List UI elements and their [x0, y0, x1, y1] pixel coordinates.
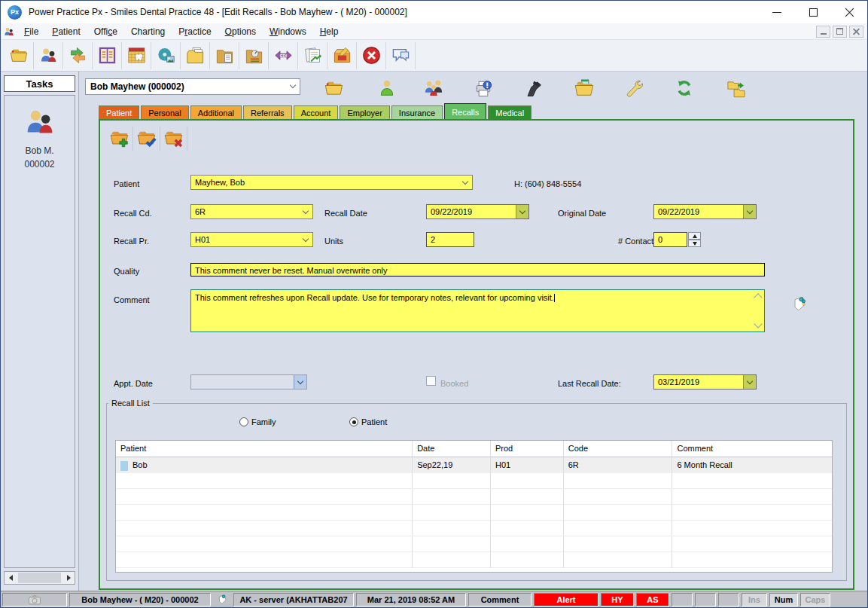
patient-field-label: Patient: [114, 179, 139, 188]
refresh-icon[interactable]: [672, 75, 697, 101]
add-recall-folder-icon[interactable]: [106, 127, 133, 151]
calendar-dropdown-button[interactable]: [294, 375, 306, 389]
recall-pr-combo[interactable]: H01: [190, 232, 313, 247]
comment-textarea[interactable]: This comment refreshes upon Recall updat…: [190, 289, 765, 332]
spin-up-icon[interactable]: [688, 232, 701, 240]
scroll-down-icon[interactable]: [754, 319, 762, 328]
tab-personal[interactable]: Personal: [141, 105, 188, 120]
reports-icon[interactable]: [298, 42, 327, 69]
status-datetime: Mar 21, 2019 08:52 AM: [356, 593, 466, 606]
close-button[interactable]: [831, 1, 867, 23]
print-alert-icon[interactable]: [471, 75, 496, 101]
close-patient-icon[interactable]: [357, 42, 386, 69]
calendar-dropdown-button[interactable]: [516, 205, 528, 218]
phone-dial-icon[interactable]: [520, 75, 546, 101]
patients-icon[interactable]: [34, 42, 63, 69]
copy-documents-icon[interactable]: [210, 42, 239, 69]
tab-account[interactable]: Account: [294, 105, 339, 120]
tab-additional[interactable]: Additional: [190, 105, 242, 120]
mdi-minimize-button[interactable]: [816, 26, 830, 38]
patient-radio[interactable]: Patient: [349, 417, 387, 426]
tab-medical[interactable]: Medical: [488, 105, 531, 120]
status-hy-button[interactable]: HY: [601, 593, 634, 606]
col-header-code[interactable]: Code: [564, 441, 673, 457]
contacted-input[interactable]: 0: [653, 232, 687, 247]
scroll-left-icon[interactable]: [5, 572, 17, 584]
col-header-patient[interactable]: Patient: [116, 441, 413, 457]
appt-date-picker[interactable]: [190, 374, 307, 390]
menu-options[interactable]: Options: [218, 24, 263, 39]
family-icon[interactable]: [421, 75, 446, 101]
sidebar-scrollbar[interactable]: [4, 571, 75, 585]
messages-icon[interactable]: [386, 42, 416, 69]
col-header-comment[interactable]: Comment: [672, 441, 832, 457]
tab-employer[interactable]: Employer: [340, 105, 389, 120]
status-note-icon[interactable]: [213, 593, 231, 606]
menu-patient[interactable]: Patient: [45, 24, 87, 39]
col-header-prod[interactable]: Prod: [491, 441, 564, 457]
camera-icon: [27, 593, 42, 606]
mdi-restore-button[interactable]: [833, 26, 847, 38]
ledger-icon[interactable]: [93, 42, 122, 69]
tab-referrals[interactable]: Referrals: [243, 105, 292, 120]
maximize-button[interactable]: [795, 1, 831, 23]
menu-windows[interactable]: Windows: [263, 24, 313, 39]
units-input[interactable]: 2: [426, 232, 474, 247]
transfer-folders-icon[interactable]: [723, 75, 749, 101]
mdi-close-button[interactable]: [849, 26, 863, 38]
calendar-dropdown-button[interactable]: [743, 205, 756, 218]
col-header-date[interactable]: Date: [413, 441, 491, 457]
tab-recalls[interactable]: Recalls: [444, 103, 486, 120]
perio-exam-icon[interactable]: [239, 42, 269, 69]
chart-icon[interactable]: [122, 42, 151, 69]
system-menu-icon[interactable]: [1, 26, 17, 38]
spin-down-icon[interactable]: [688, 240, 701, 247]
original-date-picker[interactable]: 09/22/2019: [653, 204, 757, 219]
menu-file[interactable]: File: [17, 24, 45, 39]
camera-panel[interactable]: [2, 593, 67, 606]
task-patient-id[interactable]: 000002: [5, 159, 75, 170]
supplies-icon[interactable]: [327, 42, 357, 69]
save-recall-folder-icon[interactable]: [133, 127, 160, 151]
family-radio[interactable]: Family: [239, 417, 276, 426]
status-comment-button[interactable]: Comment: [468, 593, 531, 606]
text-folder-icon[interactable]: [571, 75, 597, 101]
recall-table[interactable]: Patient Date Prod Code Comment Bob Sep22…: [115, 440, 833, 573]
tab-insurance[interactable]: Insurance: [391, 105, 443, 120]
menu-office[interactable]: Office: [87, 24, 124, 39]
tab-patient[interactable]: Patient: [99, 105, 139, 120]
patient-documents-icon[interactable]: [181, 42, 210, 69]
minimize-button[interactable]: [759, 1, 795, 23]
edi-icon[interactable]: EDI: [269, 42, 298, 69]
tools-icon[interactable]: [621, 75, 647, 101]
task-patient-icon[interactable]: [23, 129, 57, 142]
multimedia-icon[interactable]: [151, 42, 181, 69]
calendar-dropdown-button[interactable]: [743, 375, 756, 389]
contacted-stepper[interactable]: [688, 232, 701, 247]
scroll-up-icon[interactable]: [754, 293, 762, 301]
menu-help[interactable]: Help: [313, 24, 346, 39]
recall-cd-combo[interactable]: 6R: [190, 204, 313, 219]
table-row[interactable]: Bob Sep22,19 H01 6R 6 Month Recall: [116, 457, 832, 473]
open-folder-icon[interactable]: [321, 75, 347, 101]
switch-patient-icon[interactable]: [63, 42, 93, 69]
booked-checkbox[interactable]: [426, 376, 436, 386]
patient-icon[interactable]: [374, 75, 400, 101]
status-as-button[interactable]: AS: [636, 593, 669, 606]
patient-selector-value: Bob Mayhew (000002): [90, 81, 184, 92]
patient-selector[interactable]: Bob Mayhew (000002): [85, 78, 300, 95]
scroll-thumb[interactable]: [18, 573, 61, 583]
status-alert-button[interactable]: Alert: [534, 593, 598, 606]
quality-input[interactable]: This comment never be reset. Manual over…: [190, 263, 765, 277]
menu-bar: File Patient Office Charting Practice Op…: [1, 23, 867, 40]
task-patient-name[interactable]: Bob M.: [5, 145, 75, 156]
open-patient-folder-icon[interactable]: [5, 42, 34, 69]
menu-charting[interactable]: Charting: [124, 24, 172, 39]
comment-note-icon[interactable]: [790, 294, 809, 316]
patient-field-combo[interactable]: Mayhew, Bob: [190, 175, 473, 190]
menu-practice[interactable]: Practice: [172, 24, 218, 39]
last-recall-date-picker[interactable]: 03/21/2019: [653, 374, 757, 390]
recall-date-picker[interactable]: 09/22/2019: [426, 204, 529, 219]
scroll-right-icon[interactable]: [62, 572, 75, 584]
delete-recall-folder-icon[interactable]: [160, 127, 187, 151]
